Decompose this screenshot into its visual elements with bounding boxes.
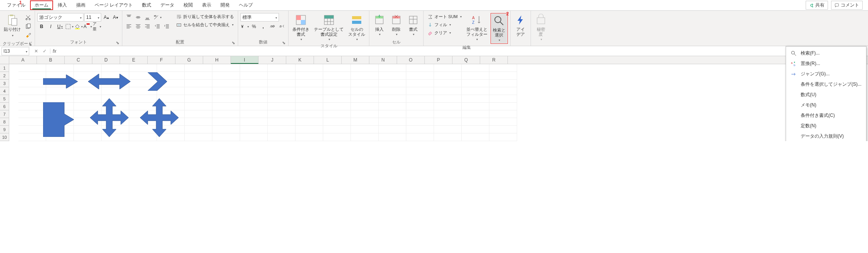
- menu-goto-special[interactable]: 条件を選択してジャンプ(S)...: [786, 79, 866, 90]
- menu-data-validation[interactable]: データの入力規則(V): [786, 131, 866, 141]
- percent-button[interactable]: %: [250, 22, 258, 31]
- cell[interactable]: [18, 126, 46, 133]
- number-format-select[interactable]: 標準: [240, 13, 279, 22]
- cell[interactable]: [351, 64, 379, 72]
- cell[interactable]: [489, 103, 517, 110]
- ideas-button[interactable]: アイ デア: [513, 13, 528, 38]
- cell[interactable]: [18, 133, 46, 141]
- column-header[interactable]: R: [480, 56, 508, 64]
- cell[interactable]: [212, 118, 240, 126]
- cell[interactable]: [351, 103, 379, 110]
- align-center-button[interactable]: [134, 22, 142, 31]
- cell[interactable]: [212, 87, 240, 95]
- cell[interactable]: [323, 87, 351, 95]
- cell[interactable]: [379, 95, 406, 103]
- cell[interactable]: [268, 110, 295, 118]
- column-header[interactable]: O: [397, 56, 425, 64]
- cell[interactable]: [268, 118, 295, 126]
- decrease-indent-button[interactable]: [153, 22, 162, 31]
- row-header[interactable]: 9: [0, 126, 9, 133]
- merge-center-button[interactable]: セルを結合して中央揃え: [175, 21, 235, 28]
- cell[interactable]: [74, 64, 102, 72]
- name-box[interactable]: I13: [2, 47, 29, 55]
- cell[interactable]: [323, 118, 351, 126]
- clear-button[interactable]: クリア: [426, 29, 463, 37]
- cell[interactable]: [18, 80, 46, 87]
- cell-styles-button[interactable]: セルの スタイル: [347, 13, 367, 42]
- cell[interactable]: [18, 87, 46, 95]
- column-header[interactable]: C: [65, 56, 92, 64]
- cell[interactable]: [295, 95, 323, 103]
- row-header[interactable]: 10: [0, 133, 9, 141]
- cell[interactable]: [295, 133, 323, 141]
- cell[interactable]: [18, 95, 46, 103]
- cell[interactable]: [323, 95, 351, 103]
- cell[interactable]: [46, 95, 74, 103]
- cell[interactable]: [379, 87, 406, 95]
- cell[interactable]: [434, 95, 462, 103]
- cell[interactable]: [462, 72, 489, 80]
- cell[interactable]: [185, 118, 212, 126]
- cell[interactable]: [406, 118, 434, 126]
- align-middle-button[interactable]: [134, 13, 142, 22]
- row-header[interactable]: 6: [0, 103, 9, 110]
- cell[interactable]: [323, 80, 351, 87]
- cell[interactable]: [434, 110, 462, 118]
- cell[interactable]: [295, 64, 323, 72]
- share-button[interactable]: 共有: [806, 1, 828, 10]
- cell[interactable]: [351, 87, 379, 95]
- row-header[interactable]: 5: [0, 95, 9, 103]
- cell[interactable]: [379, 64, 406, 72]
- cell[interactable]: [489, 126, 517, 133]
- cell[interactable]: [462, 87, 489, 95]
- cell[interactable]: [268, 64, 295, 72]
- cell[interactable]: [406, 110, 434, 118]
- cell[interactable]: [351, 126, 379, 133]
- alignment-launcher[interactable]: ⬊: [231, 40, 235, 45]
- find-select-button[interactable]: 検索と 選択: [491, 14, 507, 43]
- cancel-formula-button[interactable]: ✕: [32, 48, 40, 54]
- shape-quad-arrow-1[interactable]: [88, 98, 130, 141]
- cell[interactable]: [379, 80, 406, 87]
- cell[interactable]: [489, 80, 517, 87]
- cell[interactable]: [462, 110, 489, 118]
- cell[interactable]: [406, 80, 434, 87]
- column-header[interactable]: K: [286, 56, 314, 64]
- cell[interactable]: [351, 118, 379, 126]
- cell[interactable]: [462, 80, 489, 87]
- cell[interactable]: [323, 110, 351, 118]
- cell[interactable]: [351, 110, 379, 118]
- comment-button[interactable]: コメント: [831, 1, 863, 10]
- cell[interactable]: [268, 126, 295, 133]
- comma-button[interactable]: ,: [259, 22, 267, 31]
- column-header[interactable]: H: [203, 56, 231, 64]
- cell[interactable]: [268, 87, 295, 95]
- tab-view[interactable]: 表示: [197, 0, 216, 10]
- column-header[interactable]: E: [120, 56, 148, 64]
- cell[interactable]: [212, 103, 240, 110]
- column-header[interactable]: G: [175, 56, 203, 64]
- cell[interactable]: [462, 95, 489, 103]
- cell[interactable]: [489, 133, 517, 141]
- cell[interactable]: [489, 95, 517, 103]
- cut-button[interactable]: [24, 13, 32, 22]
- column-header[interactable]: F: [148, 56, 175, 64]
- column-header[interactable]: M: [342, 56, 369, 64]
- cell[interactable]: [434, 126, 462, 133]
- phonetic-button[interactable]: ア亜: [93, 22, 101, 31]
- cell[interactable]: [240, 118, 268, 126]
- cell[interactable]: [434, 80, 462, 87]
- cell[interactable]: [295, 110, 323, 118]
- cell[interactable]: [268, 95, 295, 103]
- number-launcher[interactable]: ⬊: [281, 40, 286, 45]
- fill-color-button[interactable]: [74, 22, 83, 31]
- menu-replace[interactable]: ab置換(R)...: [786, 58, 866, 69]
- cell[interactable]: [46, 64, 74, 72]
- cell[interactable]: [212, 64, 240, 72]
- cell[interactable]: [240, 110, 268, 118]
- clipboard-launcher[interactable]: ⬊: [28, 42, 32, 47]
- cell[interactable]: [295, 118, 323, 126]
- decrease-decimal-button[interactable]: .0: [277, 22, 286, 31]
- cell[interactable]: [18, 103, 46, 110]
- cell[interactable]: [240, 64, 268, 72]
